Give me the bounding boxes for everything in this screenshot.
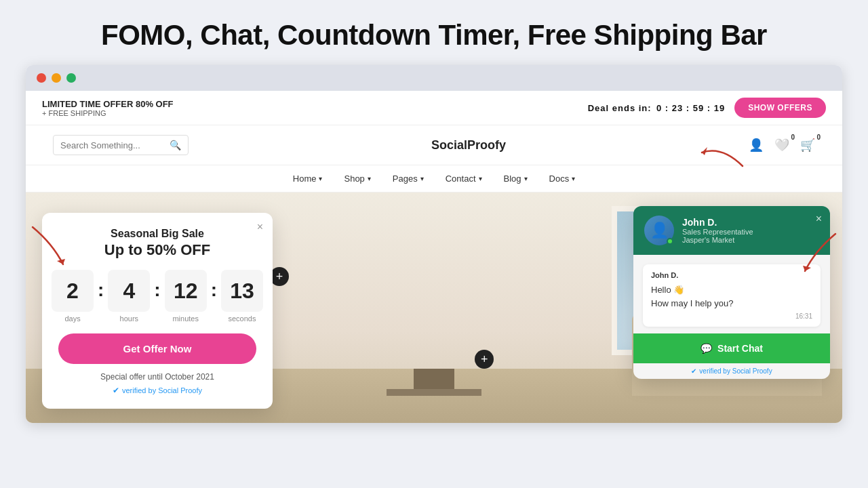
- menu-contact-arrow: ▾: [479, 175, 482, 182]
- sep-1: :: [94, 279, 108, 301]
- countdown-seconds-num: 13: [221, 270, 263, 312]
- agent-name: John D.: [682, 217, 753, 228]
- show-offers-button[interactable]: SHOW OFFERS: [734, 98, 826, 118]
- add-to-cart-dot-2[interactable]: +: [475, 350, 494, 369]
- search-area[interactable]: 🔍: [53, 135, 189, 155]
- chat-message-time: 16:31: [651, 312, 812, 320]
- sep-2: :: [150, 279, 164, 301]
- chat-line-1: Hello 👋: [651, 283, 812, 297]
- close-dot[interactable]: [37, 73, 46, 83]
- page-title-area: FOMO, Chat, Countdown Timer, Free Shippi…: [0, 0, 868, 65]
- countdown-hours-label: hours: [120, 314, 139, 323]
- search-icon: 🔍: [170, 140, 181, 150]
- agent-avatar: 👤: [644, 216, 674, 245]
- agent-info: John D. Sales Representative Jasper's Ma…: [682, 217, 753, 244]
- menu-pages-arrow: ▾: [420, 175, 424, 182]
- menu-shop-label: Shop: [344, 174, 364, 184]
- countdown-minutes: 12 minutes: [165, 270, 207, 323]
- countdown-hours: 4 hours: [108, 270, 150, 323]
- chat-line-2: How may I help you?: [651, 297, 812, 310]
- offer-subtitle: + FREE SHIPPING: [42, 109, 174, 117]
- menu-home-label: Home: [293, 174, 317, 184]
- agent-role: Sales Representative: [682, 228, 753, 236]
- chat-close-button[interactable]: ×: [816, 213, 822, 225]
- menu-docs-label: Docs: [549, 174, 570, 184]
- hero-section: + + × Seasonal Big Sale Up to 50% OFF 2 …: [26, 192, 842, 423]
- menu-docs-arrow: ▾: [572, 175, 575, 182]
- menu-pages-label: Pages: [393, 174, 418, 184]
- chat-message-bubble: John D. Hello 👋 How may I help you? 16:3…: [643, 264, 821, 327]
- countdown-days: 2 days: [52, 270, 94, 323]
- deal-timer-area: Deal ends in: 0 : 23 : 59 : 19 SHOW OFFE…: [588, 98, 826, 118]
- start-chat-label: Start Chat: [717, 343, 763, 354]
- menu-shop-arrow: ▾: [368, 175, 371, 182]
- menu-contact-label: Contact: [446, 174, 476, 184]
- cart-icon[interactable]: 🛒 0: [800, 138, 815, 152]
- top-bar: LIMITED TIME OFFER 80% OFF + FREE SHIPPI…: [26, 91, 842, 125]
- countdown-days-label: days: [64, 314, 80, 323]
- wishlist-icon[interactable]: 🤍 0: [774, 138, 789, 152]
- offer-title: LIMITED TIME OFFER 80% OFF: [42, 99, 174, 109]
- popup-subtitle: Up to 50% OFF: [58, 241, 256, 259]
- popup-verified-text: verified by Social Proofy: [122, 386, 202, 394]
- countdown-days-num: 2: [52, 270, 94, 312]
- cart-badge: 0: [816, 134, 821, 141]
- chat-footer-verified: ✔ verified by Social Proofy: [633, 363, 830, 379]
- sep-3: :: [207, 279, 221, 301]
- countdown-seconds: 13 seconds: [221, 270, 263, 323]
- popup-close-button[interactable]: ×: [257, 221, 263, 233]
- offer-info: LIMITED TIME OFFER 80% OFF + FREE SHIPPI…: [42, 99, 174, 117]
- countdown-row: 2 days : 4 hours : 12 minutes :: [58, 270, 256, 323]
- chat-verified-text: verified by Social Proofy: [699, 367, 772, 375]
- countdown-hours-num: 4: [108, 270, 150, 312]
- browser-chrome: [26, 65, 842, 91]
- account-icon[interactable]: 👤: [749, 138, 764, 152]
- room-table-top: [387, 389, 481, 396]
- arrow-to-chat: [795, 230, 849, 278]
- chat-message-text: Hello 👋 How may I help you?: [651, 283, 812, 310]
- verified-check-icon: ✔: [113, 386, 119, 395]
- menu-home[interactable]: Home ▾: [293, 174, 323, 184]
- arrow-to-timer: [695, 132, 749, 173]
- menu-docs[interactable]: Docs ▾: [549, 174, 576, 184]
- chat-verified-icon: ✔: [691, 367, 696, 375]
- menu-contact[interactable]: Contact ▾: [446, 174, 482, 184]
- menu-home-arrow: ▾: [319, 175, 322, 182]
- popup-verified: ✔ verified by Social Proofy: [58, 386, 256, 395]
- browser-window: LIMITED TIME OFFER 80% OFF + FREE SHIPPI…: [26, 65, 842, 423]
- menu-blog[interactable]: Blog ▾: [504, 174, 528, 184]
- add-to-cart-dot-1[interactable]: +: [270, 267, 289, 286]
- arrow-to-countdown: [19, 224, 73, 271]
- page-wrapper: FOMO, Chat, Countdown Timer, Free Shippi…: [0, 0, 868, 423]
- wishlist-badge: 0: [791, 134, 795, 141]
- page-title: FOMO, Chat, Countdown Timer, Free Shippi…: [14, 19, 854, 52]
- countdown-seconds-label: seconds: [229, 314, 256, 323]
- nav-icons: 👤 🤍 0 🛒 0: [749, 138, 815, 152]
- minimize-dot[interactable]: [52, 73, 61, 83]
- online-status-dot: [667, 238, 673, 245]
- agent-company: Jasper's Market: [682, 236, 753, 244]
- get-offer-button[interactable]: Get Offer Now: [58, 333, 256, 364]
- deal-ends-label: Deal ends in: 0 : 23 : 59 : 19: [588, 103, 725, 113]
- countdown-popup: × Seasonal Big Sale Up to 50% OFF 2 days…: [42, 213, 273, 409]
- chat-message-sender: John D.: [651, 271, 812, 279]
- menu-shop[interactable]: Shop ▾: [344, 174, 370, 184]
- whatsapp-icon: 💬: [701, 343, 712, 354]
- brand-logo: SocialProofy: [431, 138, 506, 152]
- menu-pages[interactable]: Pages ▾: [393, 174, 424, 184]
- menu-blog-arrow: ▾: [524, 175, 528, 182]
- maximize-dot[interactable]: [66, 73, 76, 83]
- countdown-minutes-num: 12: [165, 270, 207, 312]
- countdown-minutes-label: minutes: [172, 314, 199, 323]
- search-input[interactable]: [60, 140, 170, 150]
- popup-title: Seasonal Big Sale: [58, 228, 256, 240]
- start-chat-button[interactable]: 💬 Start Chat: [633, 333, 830, 363]
- menu-blog-label: Blog: [504, 174, 521, 184]
- popup-footer-text: Special offer until October 2021: [58, 372, 256, 382]
